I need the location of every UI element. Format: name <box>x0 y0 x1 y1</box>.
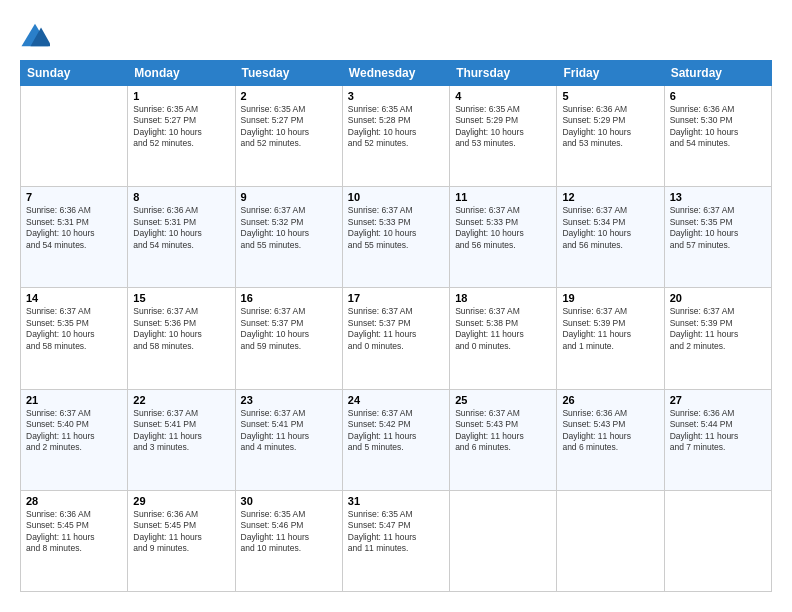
day-number: 3 <box>348 90 444 102</box>
calendar-cell: 10Sunrise: 6:37 AMSunset: 5:33 PMDayligh… <box>342 187 449 288</box>
calendar-cell: 8Sunrise: 6:36 AMSunset: 5:31 PMDaylight… <box>128 187 235 288</box>
calendar-cell: 7Sunrise: 6:36 AMSunset: 5:31 PMDaylight… <box>21 187 128 288</box>
calendar-cell: 14Sunrise: 6:37 AMSunset: 5:35 PMDayligh… <box>21 288 128 389</box>
day-number: 16 <box>241 292 337 304</box>
calendar-cell: 25Sunrise: 6:37 AMSunset: 5:43 PMDayligh… <box>450 389 557 490</box>
day-number: 31 <box>348 495 444 507</box>
day-info: Sunrise: 6:36 AMSunset: 5:29 PMDaylight:… <box>562 104 658 150</box>
day-number: 6 <box>670 90 766 102</box>
calendar-cell: 20Sunrise: 6:37 AMSunset: 5:39 PMDayligh… <box>664 288 771 389</box>
day-number: 25 <box>455 394 551 406</box>
day-info: Sunrise: 6:37 AMSunset: 5:41 PMDaylight:… <box>241 408 337 454</box>
day-number: 29 <box>133 495 229 507</box>
day-info: Sunrise: 6:37 AMSunset: 5:37 PMDaylight:… <box>241 306 337 352</box>
day-info: Sunrise: 6:36 AMSunset: 5:44 PMDaylight:… <box>670 408 766 454</box>
calendar-cell: 15Sunrise: 6:37 AMSunset: 5:36 PMDayligh… <box>128 288 235 389</box>
day-number: 4 <box>455 90 551 102</box>
day-number: 2 <box>241 90 337 102</box>
calendar-week-row: 1Sunrise: 6:35 AMSunset: 5:27 PMDaylight… <box>21 86 772 187</box>
calendar-cell: 3Sunrise: 6:35 AMSunset: 5:28 PMDaylight… <box>342 86 449 187</box>
header <box>20 20 772 50</box>
day-number: 22 <box>133 394 229 406</box>
calendar-body: 1Sunrise: 6:35 AMSunset: 5:27 PMDaylight… <box>21 86 772 592</box>
day-number: 14 <box>26 292 122 304</box>
day-info: Sunrise: 6:35 AMSunset: 5:27 PMDaylight:… <box>241 104 337 150</box>
day-number: 11 <box>455 191 551 203</box>
calendar-cell: 31Sunrise: 6:35 AMSunset: 5:47 PMDayligh… <box>342 490 449 591</box>
day-number: 10 <box>348 191 444 203</box>
day-info: Sunrise: 6:36 AMSunset: 5:30 PMDaylight:… <box>670 104 766 150</box>
day-number: 1 <box>133 90 229 102</box>
day-number: 7 <box>26 191 122 203</box>
calendar-cell <box>557 490 664 591</box>
day-number: 26 <box>562 394 658 406</box>
weekday-header: Saturday <box>664 61 771 86</box>
calendar-header: SundayMondayTuesdayWednesdayThursdayFrid… <box>21 61 772 86</box>
calendar-cell: 24Sunrise: 6:37 AMSunset: 5:42 PMDayligh… <box>342 389 449 490</box>
day-number: 27 <box>670 394 766 406</box>
day-info: Sunrise: 6:37 AMSunset: 5:34 PMDaylight:… <box>562 205 658 251</box>
weekday-row: SundayMondayTuesdayWednesdayThursdayFrid… <box>21 61 772 86</box>
day-info: Sunrise: 6:37 AMSunset: 5:35 PMDaylight:… <box>670 205 766 251</box>
calendar-cell: 26Sunrise: 6:36 AMSunset: 5:43 PMDayligh… <box>557 389 664 490</box>
day-info: Sunrise: 6:37 AMSunset: 5:42 PMDaylight:… <box>348 408 444 454</box>
day-info: Sunrise: 6:37 AMSunset: 5:35 PMDaylight:… <box>26 306 122 352</box>
day-info: Sunrise: 6:35 AMSunset: 5:46 PMDaylight:… <box>241 509 337 555</box>
calendar-cell: 11Sunrise: 6:37 AMSunset: 5:33 PMDayligh… <box>450 187 557 288</box>
calendar-cell: 23Sunrise: 6:37 AMSunset: 5:41 PMDayligh… <box>235 389 342 490</box>
day-info: Sunrise: 6:37 AMSunset: 5:41 PMDaylight:… <box>133 408 229 454</box>
calendar-cell: 17Sunrise: 6:37 AMSunset: 5:37 PMDayligh… <box>342 288 449 389</box>
calendar-cell: 19Sunrise: 6:37 AMSunset: 5:39 PMDayligh… <box>557 288 664 389</box>
day-number: 23 <box>241 394 337 406</box>
logo <box>20 20 54 50</box>
day-info: Sunrise: 6:35 AMSunset: 5:29 PMDaylight:… <box>455 104 551 150</box>
day-info: Sunrise: 6:35 AMSunset: 5:47 PMDaylight:… <box>348 509 444 555</box>
day-info: Sunrise: 6:36 AMSunset: 5:45 PMDaylight:… <box>26 509 122 555</box>
weekday-header: Thursday <box>450 61 557 86</box>
day-info: Sunrise: 6:35 AMSunset: 5:28 PMDaylight:… <box>348 104 444 150</box>
calendar-cell: 30Sunrise: 6:35 AMSunset: 5:46 PMDayligh… <box>235 490 342 591</box>
day-info: Sunrise: 6:37 AMSunset: 5:33 PMDaylight:… <box>348 205 444 251</box>
calendar-cell: 18Sunrise: 6:37 AMSunset: 5:38 PMDayligh… <box>450 288 557 389</box>
day-info: Sunrise: 6:37 AMSunset: 5:32 PMDaylight:… <box>241 205 337 251</box>
day-number: 5 <box>562 90 658 102</box>
day-number: 15 <box>133 292 229 304</box>
day-number: 30 <box>241 495 337 507</box>
day-info: Sunrise: 6:36 AMSunset: 5:45 PMDaylight:… <box>133 509 229 555</box>
calendar-cell: 29Sunrise: 6:36 AMSunset: 5:45 PMDayligh… <box>128 490 235 591</box>
day-number: 19 <box>562 292 658 304</box>
day-info: Sunrise: 6:37 AMSunset: 5:40 PMDaylight:… <box>26 408 122 454</box>
calendar-week-row: 21Sunrise: 6:37 AMSunset: 5:40 PMDayligh… <box>21 389 772 490</box>
day-number: 13 <box>670 191 766 203</box>
calendar-cell <box>450 490 557 591</box>
day-number: 8 <box>133 191 229 203</box>
day-number: 21 <box>26 394 122 406</box>
day-number: 9 <box>241 191 337 203</box>
weekday-header: Sunday <box>21 61 128 86</box>
calendar-cell: 2Sunrise: 6:35 AMSunset: 5:27 PMDaylight… <box>235 86 342 187</box>
day-number: 20 <box>670 292 766 304</box>
day-info: Sunrise: 6:37 AMSunset: 5:39 PMDaylight:… <box>670 306 766 352</box>
calendar-cell <box>21 86 128 187</box>
logo-icon <box>20 20 50 50</box>
calendar-cell: 4Sunrise: 6:35 AMSunset: 5:29 PMDaylight… <box>450 86 557 187</box>
day-info: Sunrise: 6:36 AMSunset: 5:43 PMDaylight:… <box>562 408 658 454</box>
calendar-cell: 21Sunrise: 6:37 AMSunset: 5:40 PMDayligh… <box>21 389 128 490</box>
calendar-week-row: 14Sunrise: 6:37 AMSunset: 5:35 PMDayligh… <box>21 288 772 389</box>
day-number: 17 <box>348 292 444 304</box>
day-number: 18 <box>455 292 551 304</box>
calendar-cell: 1Sunrise: 6:35 AMSunset: 5:27 PMDaylight… <box>128 86 235 187</box>
calendar-cell: 27Sunrise: 6:36 AMSunset: 5:44 PMDayligh… <box>664 389 771 490</box>
day-number: 12 <box>562 191 658 203</box>
weekday-header: Wednesday <box>342 61 449 86</box>
day-info: Sunrise: 6:36 AMSunset: 5:31 PMDaylight:… <box>133 205 229 251</box>
calendar-cell: 12Sunrise: 6:37 AMSunset: 5:34 PMDayligh… <box>557 187 664 288</box>
day-info: Sunrise: 6:37 AMSunset: 5:33 PMDaylight:… <box>455 205 551 251</box>
day-number: 28 <box>26 495 122 507</box>
calendar-cell: 5Sunrise: 6:36 AMSunset: 5:29 PMDaylight… <box>557 86 664 187</box>
day-info: Sunrise: 6:37 AMSunset: 5:39 PMDaylight:… <box>562 306 658 352</box>
calendar-week-row: 28Sunrise: 6:36 AMSunset: 5:45 PMDayligh… <box>21 490 772 591</box>
calendar-cell: 9Sunrise: 6:37 AMSunset: 5:32 PMDaylight… <box>235 187 342 288</box>
weekday-header: Friday <box>557 61 664 86</box>
calendar-cell: 28Sunrise: 6:36 AMSunset: 5:45 PMDayligh… <box>21 490 128 591</box>
